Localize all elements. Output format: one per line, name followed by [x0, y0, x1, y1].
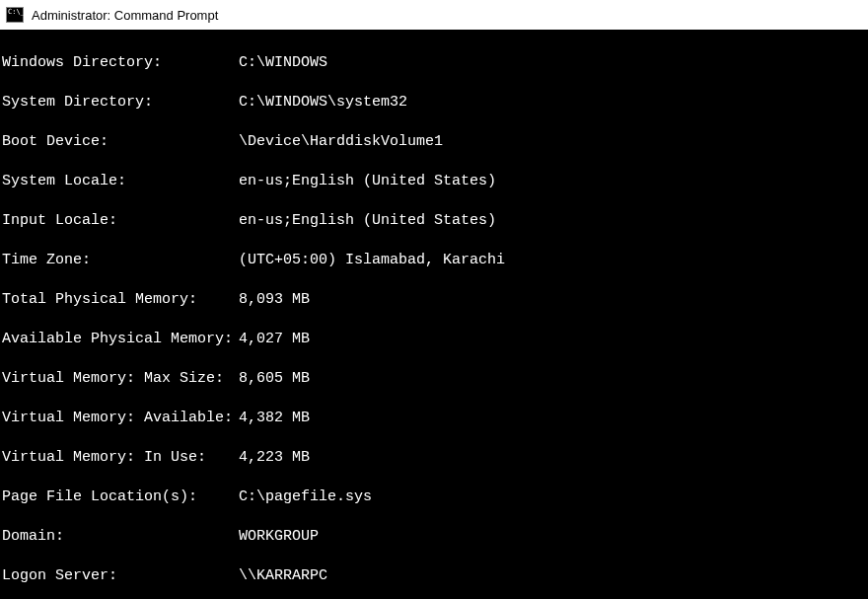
window-title: Administrator: Command Prompt [32, 8, 218, 23]
field-label: Page File Location(s): [2, 487, 239, 507]
field-label: System Locale: [2, 172, 239, 191]
field-label: System Directory: [2, 93, 239, 112]
field-value: 4,027 MB [239, 330, 310, 349]
field-value: en-us;English (United States) [239, 211, 496, 231]
field-value: en-us;English (United States) [239, 172, 496, 191]
field-value: C:\WINDOWS\system32 [239, 93, 407, 112]
field-label: Boot Device: [2, 132, 239, 152]
field-label: Virtual Memory: In Use: [2, 448, 239, 468]
field-value: C:\pagefile.sys [239, 487, 372, 507]
field-label: Virtual Memory: Available: [2, 409, 239, 428]
field-label: Logon Server: [2, 566, 239, 586]
field-value: WORKGROUP [239, 527, 319, 547]
field-value: \Device\HarddiskVolume1 [239, 132, 443, 152]
field-value: C:\WINDOWS [239, 53, 327, 73]
field-label: Time Zone: [2, 251, 239, 270]
window-titlebar[interactable]: Administrator: Command Prompt [0, 0, 868, 30]
field-label: Available Physical Memory: [2, 330, 239, 349]
field-label: Total Physical Memory: [2, 290, 239, 310]
field-label: Input Locale: [2, 211, 239, 231]
field-label: Domain: [2, 527, 239, 547]
terminal-output: Windows Directory:C:\WINDOWS System Dire… [0, 30, 868, 599]
field-value: \\KARRARPC [239, 566, 327, 586]
field-value: 4,382 MB [239, 409, 310, 428]
field-label: Windows Directory: [2, 53, 239, 73]
field-value: 4,223 MB [239, 448, 310, 468]
field-value: 8,605 MB [239, 369, 310, 389]
field-value: 8,093 MB [239, 290, 310, 310]
field-value: (UTC+05:00) Islamabad, Karachi [239, 251, 505, 270]
cmd-icon [6, 7, 24, 23]
field-label: Virtual Memory: Max Size: [2, 369, 239, 389]
